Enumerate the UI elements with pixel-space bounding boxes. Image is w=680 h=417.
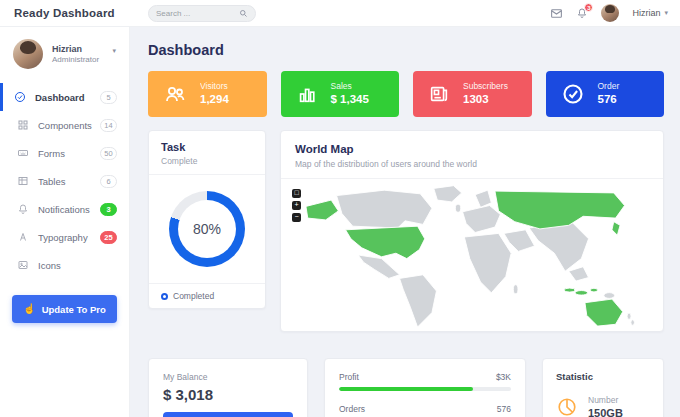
world-map-card: World Map Map of the distribution of use… <box>280 130 664 332</box>
map-zoom-out-button[interactable]: − <box>292 213 301 222</box>
table-icon <box>17 175 29 187</box>
progress-label: Orders <box>339 404 365 414</box>
map-card-header: World Map Map of the distribution of use… <box>281 131 663 179</box>
progress-value: $3K <box>496 372 511 382</box>
stat-card-visitors[interactable]: Visitors 1,294 <box>148 71 267 117</box>
notification-count-badge: 3 <box>584 3 593 12</box>
sidebar-menu: Dashboard 5 Components 14 Forms 50 <box>0 83 129 279</box>
statistic-title: Statistic <box>556 371 650 382</box>
sidebar-profile[interactable]: Hizrian Administrator ▾ <box>0 27 129 79</box>
region-indonesia <box>590 288 597 292</box>
bell-icon <box>17 203 29 215</box>
sidebar: Hizrian Administrator ▾ Dashboard 5 Comp… <box>0 27 130 417</box>
stat-text: Order 576 <box>598 81 620 108</box>
statistic-label: Number <box>588 395 623 405</box>
map-fullscreen-button[interactable]: □ <box>292 189 301 198</box>
task-title: Task <box>161 141 253 153</box>
task-card-header: Task Complete <box>149 131 265 175</box>
region-japan <box>612 222 620 236</box>
region-alaska <box>306 200 338 220</box>
stat-value: $ 1,345 <box>331 92 369 107</box>
region-indonesia <box>564 288 575 292</box>
sidebar-item-label: Forms <box>38 148 65 159</box>
avatar <box>13 39 43 69</box>
region-russia <box>495 191 625 229</box>
map-title: World Map <box>295 143 649 155</box>
sidebar-item-label: Components <box>38 120 92 131</box>
my-balance-card: My Balance $ 3,018 <box>148 358 308 417</box>
stat-label: Sales <box>331 81 369 93</box>
search-icon[interactable] <box>239 9 248 18</box>
update-to-pro-button[interactable]: ☝ Update To Pro <box>12 295 117 323</box>
map-zoom-in-button[interactable]: + <box>292 201 301 210</box>
sidebar-item-label: Dashboard <box>35 92 85 103</box>
donut-chart[interactable]: 80% <box>169 191 245 267</box>
sidebar-item-label: Notifications <box>38 204 90 215</box>
progress-card: Profit $3K Orders 576 <box>324 358 526 417</box>
keyboard-icon <box>17 147 29 159</box>
stats-row: Visitors 1,294 Sales $ 1,345 <box>148 71 664 117</box>
search-bar[interactable] <box>148 5 256 22</box>
grid-icon <box>17 119 29 131</box>
statistic-value: 150GB <box>588 407 623 417</box>
sidebar-item-components[interactable]: Components 14 <box>0 111 129 139</box>
image-icon <box>17 259 29 271</box>
donut-percent-label: 80% <box>178 200 236 258</box>
stat-value: 1303 <box>463 92 508 107</box>
mail-icon[interactable] <box>550 7 563 20</box>
stat-card-sales[interactable]: Sales $ 1,345 <box>281 71 400 117</box>
region-usa <box>346 226 425 258</box>
user-avatar[interactable] <box>601 4 619 22</box>
count-badge: 50 <box>100 147 117 160</box>
profile-role: Administrator <box>52 55 99 66</box>
sidebar-item-tables[interactable]: Tables 6 <box>0 167 129 195</box>
sidebar-item-notifications[interactable]: Notifications 3 <box>0 195 129 223</box>
statistic-body: Number 150GB <box>556 395 650 417</box>
progress-fill <box>339 387 473 391</box>
newspaper-icon <box>428 83 450 105</box>
profile-text: Hizrian Administrator <box>52 43 99 66</box>
balance-action-button[interactable] <box>163 412 293 417</box>
users-icon <box>163 82 187 106</box>
user-name: Hizrian <box>632 8 660 18</box>
bar-chart-icon <box>296 83 318 105</box>
chevron-down-icon: ▾ <box>664 9 668 17</box>
typography-icon <box>17 231 29 243</box>
progress-bar <box>339 387 511 391</box>
stat-card-order[interactable]: Order 576 <box>546 71 665 117</box>
hand-pointer-icon: ☝ <box>23 304 35 314</box>
sidebar-item-label: Tables <box>38 176 65 187</box>
stat-card-subscribers[interactable]: Subscribers 1303 <box>413 71 532 117</box>
count-badge: 5 <box>100 91 117 104</box>
page-title: Dashboard <box>148 42 664 58</box>
sidebar-item-dashboard[interactable]: Dashboard 5 <box>0 83 129 111</box>
stat-label: Visitors <box>200 81 229 93</box>
progress-row-orders: Orders 576 <box>339 404 511 417</box>
middle-row: Task Complete 80% Completed World Map M <box>148 130 664 332</box>
balance-value: $ 3,018 <box>163 386 293 403</box>
search-input[interactable] <box>156 9 239 18</box>
notifications-button[interactable]: 3 <box>576 7 588 19</box>
count-badge: 3 <box>100 203 117 216</box>
world-map[interactable] <box>287 183 657 327</box>
region-indonesia <box>575 291 588 296</box>
statistic-text: Number 150GB <box>588 395 623 417</box>
balance-label: My Balance <box>163 372 293 382</box>
legend-dot-icon <box>161 293 168 300</box>
progress-row-profit: Profit $3K <box>339 372 511 391</box>
task-subtitle: Complete <box>161 156 253 166</box>
stat-label: Subscribers <box>463 81 508 93</box>
sidebar-item-forms[interactable]: Forms 50 <box>0 139 129 167</box>
chevron-down-icon[interactable]: ▾ <box>112 47 116 55</box>
bottom-row: My Balance $ 3,018 Profit $3K Orders <box>148 358 664 417</box>
pie-chart-icon <box>556 396 578 417</box>
top-header: Ready Dashboard 3 <box>0 0 680 27</box>
stat-text: Subscribers 1303 <box>463 81 508 108</box>
sidebar-item-typography[interactable]: Typography 25 <box>0 223 129 251</box>
brand-logo[interactable]: Ready Dashboard <box>0 7 130 19</box>
user-menu[interactable]: Hizrian ▾ <box>632 8 668 18</box>
map-controls: □ + − <box>292 189 301 222</box>
sidebar-item-icons[interactable]: Icons <box>0 251 129 279</box>
count-badge: 25 <box>100 231 117 244</box>
stat-label: Order <box>598 81 620 93</box>
